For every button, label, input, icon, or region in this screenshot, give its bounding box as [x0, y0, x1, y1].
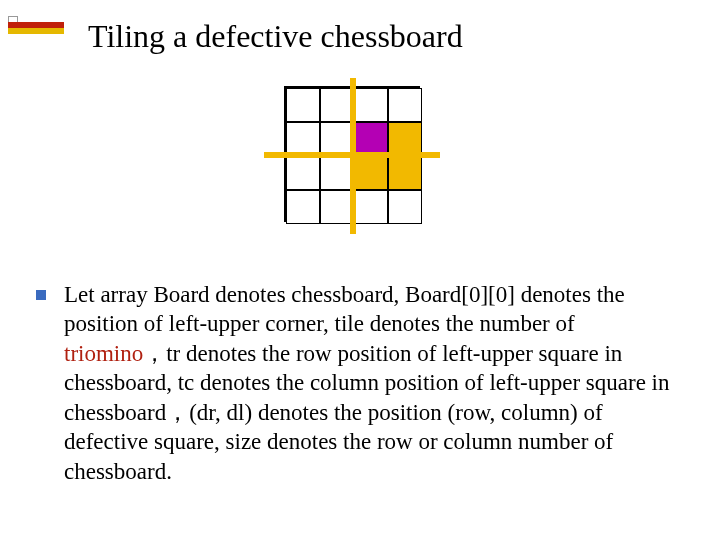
triomino-keyword: triomino [64, 341, 143, 366]
chessboard-cell [388, 88, 422, 122]
bullet-square-icon [36, 290, 46, 300]
chessboard-cell [354, 190, 388, 224]
body-text-area: Let array Board denotes chessboard, Boar… [36, 280, 692, 486]
chessboard-cell [388, 190, 422, 224]
quadrant-divider-vertical [350, 78, 356, 234]
definition-paragraph: Let array Board denotes chessboard, Boar… [64, 280, 672, 486]
chessboard-cell [320, 122, 354, 156]
chessboard-cell [354, 156, 388, 190]
para-part-2: ，tr denotes the row position of left-upp… [64, 341, 670, 484]
chessboard-cell [320, 190, 354, 224]
chessboard-cell [320, 156, 354, 190]
slide-corner-logo [8, 16, 64, 52]
logo-gold-strip [8, 28, 64, 34]
chessboard-cell [388, 156, 422, 190]
para-part-1: Let array Board denotes chessboard, Boar… [64, 282, 625, 336]
chessboard-cell [286, 88, 320, 122]
chessboard-cell [354, 122, 388, 156]
chessboard-cell [320, 88, 354, 122]
slide-title: Tiling a defective chessboard [88, 18, 463, 55]
chessboard-cell [286, 156, 320, 190]
chessboard-cell [286, 122, 320, 156]
chessboard-cell [354, 88, 388, 122]
chessboard-cell [286, 190, 320, 224]
chessboard-figure [264, 78, 440, 258]
chessboard-cell [388, 122, 422, 156]
